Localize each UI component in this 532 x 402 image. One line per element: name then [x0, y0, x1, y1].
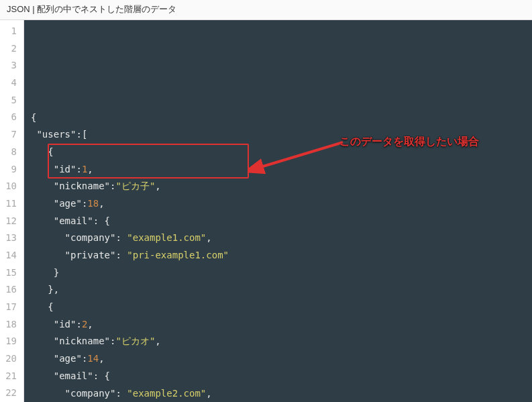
line-number: 19: [4, 333, 17, 350]
line-number: 20: [4, 350, 17, 368]
code-line: {: [31, 299, 532, 316]
code-line: "nickname":"ピカオ",: [31, 333, 532, 350]
line-number: 18: [4, 316, 17, 334]
code-editor: 12345678910111213141516171819202122 このデー…: [0, 20, 532, 402]
line-number: 4: [4, 74, 17, 92]
code-line: "email": {: [31, 213, 532, 230]
line-number: 8: [4, 144, 17, 161]
code-line: "id":2,: [31, 316, 532, 334]
code-line: "private": "pri-example1.com": [31, 247, 532, 264]
line-number: 14: [4, 247, 17, 264]
line-number: 11: [4, 195, 17, 213]
line-number: 2: [4, 40, 17, 58]
line-number: 15: [4, 264, 17, 282]
line-number: 3: [4, 57, 17, 74]
line-number: 9: [4, 161, 17, 179]
line-number: 6: [4, 109, 17, 126]
line-number: 5: [4, 92, 17, 109]
line-number: 22: [4, 385, 17, 402]
code-area: このデータを取得したい場合 { "users":[ { "id":1, "nic…: [24, 20, 532, 402]
line-number: 13: [4, 230, 17, 247]
code-line: "nickname":"ピカ子",: [31, 178, 532, 195]
code-line: }: [31, 264, 532, 282]
line-number: 7: [4, 126, 17, 144]
header-bar: JSON | 配列の中でネストした階層のデータ: [0, 0, 532, 20]
code-line: "company": "example1.com",: [31, 230, 532, 247]
line-number: 12: [4, 213, 17, 230]
line-number: 1: [4, 23, 17, 40]
code-line: "email": {: [31, 368, 532, 385]
code-line: "id":1,: [31, 161, 532, 179]
line-number: 16: [4, 281, 17, 299]
annotation-text: このデータを取得したい場合: [339, 133, 479, 150]
line-number-gutter: 12345678910111213141516171819202122: [0, 20, 24, 402]
code-line: "age":14,: [31, 350, 532, 368]
line-number: 17: [4, 299, 17, 316]
header-title: JSON | 配列の中でネストした階層のデータ: [7, 4, 176, 14]
code-line: "age":18,: [31, 195, 532, 213]
code-line: {: [31, 109, 532, 127]
line-number: 21: [4, 368, 17, 385]
code-line: "company": "example2.com",: [31, 385, 532, 402]
line-number: 10: [4, 178, 17, 195]
code-line: },: [31, 281, 532, 299]
